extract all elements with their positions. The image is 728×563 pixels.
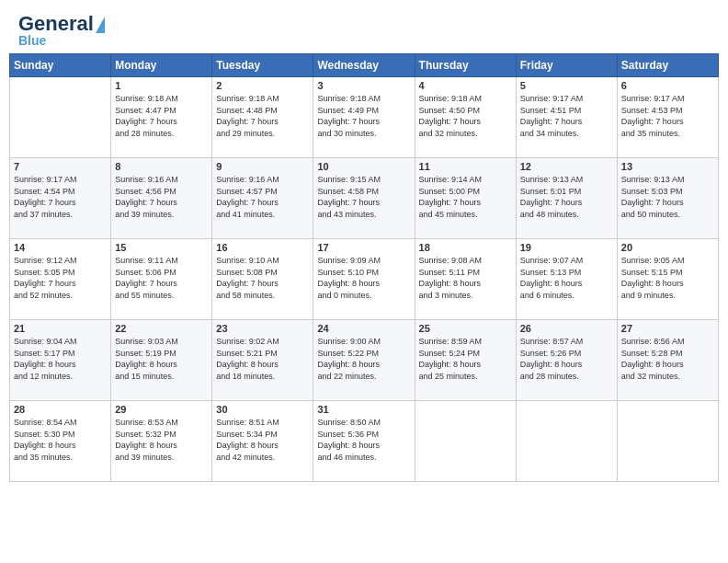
cell-info: Sunrise: 9:08 AM Sunset: 5:11 PM Dayligh… <box>419 255 512 301</box>
day-number: 10 <box>317 161 410 172</box>
cell-0-0 <box>10 77 111 158</box>
cell-info: Sunrise: 9:17 AM Sunset: 4:54 PM Dayligh… <box>14 174 107 220</box>
week-row-2: 14Sunrise: 9:12 AM Sunset: 5:05 PM Dayli… <box>10 239 719 320</box>
calendar-header: SundayMondayTuesdayWednesdayThursdayFrid… <box>10 54 719 77</box>
cell-2-3: 17Sunrise: 9:09 AM Sunset: 5:10 PM Dayli… <box>313 239 415 320</box>
cell-3-6: 27Sunrise: 8:56 AM Sunset: 5:28 PM Dayli… <box>617 320 718 401</box>
cell-2-5: 19Sunrise: 9:07 AM Sunset: 5:13 PM Dayli… <box>516 239 617 320</box>
cell-1-1: 8Sunrise: 9:16 AM Sunset: 4:56 PM Daylig… <box>111 158 212 239</box>
cell-1-0: 7Sunrise: 9:17 AM Sunset: 4:54 PM Daylig… <box>10 158 111 239</box>
day-number: 25 <box>419 323 512 334</box>
cell-info: Sunrise: 9:12 AM Sunset: 5:05 PM Dayligh… <box>14 255 107 301</box>
logo-blue: Blue <box>18 33 46 48</box>
cell-info: Sunrise: 8:56 AM Sunset: 5:28 PM Dayligh… <box>621 336 714 382</box>
day-number: 9 <box>216 161 309 172</box>
day-number: 2 <box>216 80 309 91</box>
day-header-monday: Monday <box>111 54 212 77</box>
cell-info: Sunrise: 9:09 AM Sunset: 5:10 PM Dayligh… <box>317 255 410 301</box>
cell-info: Sunrise: 8:59 AM Sunset: 5:24 PM Dayligh… <box>419 336 512 382</box>
cell-1-3: 10Sunrise: 9:15 AM Sunset: 4:58 PM Dayli… <box>313 158 415 239</box>
cell-info: Sunrise: 9:04 AM Sunset: 5:17 PM Dayligh… <box>14 336 107 382</box>
cell-4-0: 28Sunrise: 8:54 AM Sunset: 5:30 PM Dayli… <box>10 401 111 482</box>
cell-4-2: 30Sunrise: 8:51 AM Sunset: 5:34 PM Dayli… <box>212 401 313 482</box>
cell-0-3: 3Sunrise: 9:18 AM Sunset: 4:49 PM Daylig… <box>313 77 415 158</box>
day-number: 20 <box>621 242 714 253</box>
cell-info: Sunrise: 9:00 AM Sunset: 5:22 PM Dayligh… <box>317 336 410 382</box>
cell-0-1: 1Sunrise: 9:18 AM Sunset: 4:47 PM Daylig… <box>111 77 212 158</box>
day-number: 7 <box>14 161 107 172</box>
day-number: 27 <box>621 323 714 334</box>
cell-4-6 <box>617 401 718 482</box>
day-number: 26 <box>520 323 613 334</box>
week-row-0: 1Sunrise: 9:18 AM Sunset: 4:47 PM Daylig… <box>10 77 719 158</box>
cell-info: Sunrise: 9:14 AM Sunset: 5:00 PM Dayligh… <box>419 174 512 220</box>
cell-info: Sunrise: 8:57 AM Sunset: 5:26 PM Dayligh… <box>520 336 613 382</box>
cell-info: Sunrise: 9:17 AM Sunset: 4:53 PM Dayligh… <box>621 93 714 139</box>
cell-2-4: 18Sunrise: 9:08 AM Sunset: 5:11 PM Dayli… <box>415 239 516 320</box>
cell-info: Sunrise: 9:13 AM Sunset: 5:01 PM Dayligh… <box>520 174 613 220</box>
cell-1-4: 11Sunrise: 9:14 AM Sunset: 5:00 PM Dayli… <box>415 158 516 239</box>
day-number: 15 <box>115 242 208 253</box>
week-row-4: 28Sunrise: 8:54 AM Sunset: 5:30 PM Dayli… <box>10 401 719 482</box>
day-header-sunday: Sunday <box>10 54 111 77</box>
cell-info: Sunrise: 8:54 AM Sunset: 5:30 PM Dayligh… <box>14 417 107 463</box>
cell-2-6: 20Sunrise: 9:05 AM Sunset: 5:15 PM Dayli… <box>617 239 718 320</box>
cell-info: Sunrise: 8:53 AM Sunset: 5:32 PM Dayligh… <box>115 417 208 463</box>
calendar-table: SundayMondayTuesdayWednesdayThursdayFrid… <box>9 53 719 482</box>
cell-info: Sunrise: 9:10 AM Sunset: 5:08 PM Dayligh… <box>216 255 309 301</box>
day-number: 22 <box>115 323 208 334</box>
cell-info: Sunrise: 9:18 AM Sunset: 4:48 PM Dayligh… <box>216 93 309 139</box>
day-number: 6 <box>621 80 714 91</box>
cell-info: Sunrise: 8:50 AM Sunset: 5:36 PM Dayligh… <box>317 417 410 463</box>
day-number: 29 <box>115 404 208 415</box>
cell-info: Sunrise: 9:18 AM Sunset: 4:49 PM Dayligh… <box>317 93 410 139</box>
days-header-row: SundayMondayTuesdayWednesdayThursdayFrid… <box>10 54 719 77</box>
header: General Blue <box>0 0 728 53</box>
day-number: 16 <box>216 242 309 253</box>
day-header-friday: Friday <box>516 54 617 77</box>
day-number: 8 <box>115 161 208 172</box>
cell-2-0: 14Sunrise: 9:12 AM Sunset: 5:05 PM Dayli… <box>10 239 111 320</box>
cell-0-4: 4Sunrise: 9:18 AM Sunset: 4:50 PM Daylig… <box>415 77 516 158</box>
cell-3-1: 22Sunrise: 9:03 AM Sunset: 5:19 PM Dayli… <box>111 320 212 401</box>
day-number: 21 <box>14 323 107 334</box>
cell-1-6: 13Sunrise: 9:13 AM Sunset: 5:03 PM Dayli… <box>617 158 718 239</box>
cell-info: Sunrise: 9:02 AM Sunset: 5:21 PM Dayligh… <box>216 336 309 382</box>
day-number: 4 <box>419 80 512 91</box>
day-number: 5 <box>520 80 613 91</box>
cell-4-4 <box>415 401 516 482</box>
cell-info: Sunrise: 9:11 AM Sunset: 5:06 PM Dayligh… <box>115 255 208 301</box>
cell-4-5 <box>516 401 617 482</box>
week-row-1: 7Sunrise: 9:17 AM Sunset: 4:54 PM Daylig… <box>10 158 719 239</box>
day-number: 3 <box>317 80 410 91</box>
day-number: 31 <box>317 404 410 415</box>
cell-info: Sunrise: 9:05 AM Sunset: 5:15 PM Dayligh… <box>621 255 714 301</box>
day-number: 17 <box>317 242 410 253</box>
cell-info: Sunrise: 9:07 AM Sunset: 5:13 PM Dayligh… <box>520 255 613 301</box>
cell-info: Sunrise: 9:17 AM Sunset: 4:51 PM Dayligh… <box>520 93 613 139</box>
day-number: 19 <box>520 242 613 253</box>
cell-2-2: 16Sunrise: 9:10 AM Sunset: 5:08 PM Dayli… <box>212 239 313 320</box>
logo-triangle-icon <box>96 17 105 33</box>
day-number: 11 <box>419 161 512 172</box>
day-number: 28 <box>14 404 107 415</box>
cell-info: Sunrise: 9:18 AM Sunset: 4:47 PM Dayligh… <box>115 93 208 139</box>
cell-3-2: 23Sunrise: 9:02 AM Sunset: 5:21 PM Dayli… <box>212 320 313 401</box>
cell-info: Sunrise: 9:16 AM Sunset: 4:57 PM Dayligh… <box>216 174 309 220</box>
day-number: 14 <box>14 242 107 253</box>
day-number: 18 <box>419 242 512 253</box>
cell-4-1: 29Sunrise: 8:53 AM Sunset: 5:32 PM Dayli… <box>111 401 212 482</box>
logo: General Blue <box>18 13 105 48</box>
day-number: 13 <box>621 161 714 172</box>
day-header-thursday: Thursday <box>415 54 516 77</box>
cell-info: Sunrise: 9:18 AM Sunset: 4:50 PM Dayligh… <box>419 93 512 139</box>
cell-1-5: 12Sunrise: 9:13 AM Sunset: 5:01 PM Dayli… <box>516 158 617 239</box>
day-number: 1 <box>115 80 208 91</box>
cell-3-0: 21Sunrise: 9:04 AM Sunset: 5:17 PM Dayli… <box>10 320 111 401</box>
day-header-wednesday: Wednesday <box>313 54 415 77</box>
day-header-tuesday: Tuesday <box>212 54 313 77</box>
day-number: 12 <box>520 161 613 172</box>
cell-4-3: 31Sunrise: 8:50 AM Sunset: 5:36 PM Dayli… <box>313 401 415 482</box>
day-number: 23 <box>216 323 309 334</box>
calendar: SundayMondayTuesdayWednesdayThursdayFrid… <box>0 53 728 563</box>
